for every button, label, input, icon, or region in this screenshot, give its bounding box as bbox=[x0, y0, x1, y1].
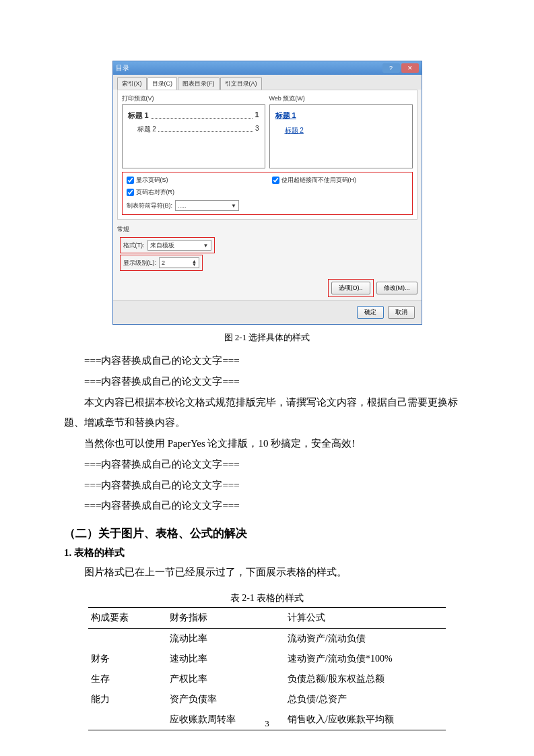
table-row: 流动比率流动资产/流动负债 bbox=[88, 628, 446, 649]
dialog-screenshot: 目录 ? ✕ 索引(X) 目录(C) 图表目录(F) 引文目录(A) 打印预览(… bbox=[112, 61, 422, 325]
help-icon[interactable]: ? bbox=[382, 63, 400, 73]
chk-right-align[interactable]: 页码右对齐(R) bbox=[127, 188, 263, 197]
ok-button[interactable]: 确定 bbox=[357, 306, 384, 319]
spinner-icon: ▲▼ bbox=[192, 259, 197, 266]
levels-stepper[interactable]: 2▲▼ bbox=[159, 257, 199, 268]
body-text: ===内容替换成自己的论文文字=== bbox=[64, 495, 470, 516]
table-row: 能力资产负债率总负债/总资产 bbox=[88, 689, 446, 710]
format-label: 格式(T): bbox=[123, 241, 145, 250]
leader-select[interactable]: .....▼ bbox=[175, 200, 239, 211]
chevron-down-icon: ▼ bbox=[231, 203, 236, 209]
general-title: 常规 bbox=[117, 225, 418, 234]
web-preview-box: 标题 1 标题 2 bbox=[269, 104, 413, 168]
body-text: 当然你也可以使用 PaperYes 论文排版，10 秒搞定，安全高效! bbox=[64, 433, 470, 454]
print-preview-label: 打印预览(V) bbox=[122, 94, 265, 103]
body-text: ===内容替换成自己的论文文字=== bbox=[64, 371, 470, 392]
general-section: 常规 格式(T): 来自模板▼ 显示级别(L): 2▲▼ bbox=[117, 224, 418, 272]
format-select[interactable]: 来自模板▼ bbox=[147, 240, 211, 251]
table-caption: 表 2-1 表格的样式 bbox=[64, 592, 470, 604]
cancel-button[interactable]: 取消 bbox=[388, 306, 415, 319]
dialog-tabs: 索引(X) 目录(C) 图表目录(F) 引文目录(A) bbox=[113, 75, 422, 90]
dialog-title: 目录 bbox=[116, 63, 129, 73]
dialog-titlebar: 目录 ? ✕ bbox=[113, 61, 422, 75]
table-row: 生存产权比率负债总额/股东权益总额 bbox=[88, 669, 446, 689]
page-number: 3 bbox=[0, 718, 534, 729]
chk-hyperlink[interactable]: 使用超链接而不使用页码(H) bbox=[272, 176, 408, 185]
data-table: 构成要素 财务指标 计算公式 流动比率流动资产/流动负债财务速动比率速动资产/流… bbox=[88, 607, 446, 730]
figure-caption: 图 2-1 选择具体的样式 bbox=[64, 332, 470, 344]
heading-3: 1. 表格的样式 bbox=[64, 546, 470, 559]
body-text: 图片格式已在上一节已经展示过了，下面展示表格的样式。 bbox=[64, 562, 470, 583]
body-text: ===内容替换成自己的论文文字=== bbox=[64, 350, 470, 371]
options-button[interactable]: 选项(O).. bbox=[331, 282, 370, 294]
chevron-down-icon: ▼ bbox=[203, 243, 209, 249]
tab-citations[interactable]: 引文目录(A) bbox=[220, 77, 262, 90]
close-icon[interactable]: ✕ bbox=[401, 63, 419, 73]
tab-index[interactable]: 索引(X) bbox=[117, 77, 147, 90]
print-preview-box: 标题 11 标题 23 bbox=[122, 104, 265, 168]
body-text: 本文内容已根据本校论文格式规范排版完毕，请撰写论文内容，根据自己需要更换标题、增… bbox=[64, 392, 470, 434]
body-text: ===内容替换成自己的论文文字=== bbox=[64, 475, 470, 496]
levels-label: 显示级别(L): bbox=[123, 259, 157, 267]
leader-label: 制表符前导符(B): bbox=[127, 201, 173, 210]
body-text: ===内容替换成自己的论文文字=== bbox=[64, 454, 470, 475]
options-redbox: 显示页码(S) 页码右对齐(R) 制表符前导符(B): .....▼ 使用超链接… bbox=[122, 172, 413, 215]
table-header-row: 构成要素 财务指标 计算公式 bbox=[88, 607, 446, 628]
tab-figures[interactable]: 图表目录(F) bbox=[178, 77, 220, 90]
heading-2: （二）关于图片、表格、公式的解决 bbox=[64, 526, 470, 541]
modify-button[interactable]: 修改(M)... bbox=[376, 282, 418, 294]
chk-show-pagenum[interactable]: 显示页码(S) bbox=[127, 176, 263, 185]
table-row: 财务速动比率速动资产/流动负债*100% bbox=[88, 649, 446, 669]
tab-toc[interactable]: 目录(C) bbox=[147, 77, 178, 90]
web-preview-label: Web 预览(W) bbox=[269, 94, 413, 103]
